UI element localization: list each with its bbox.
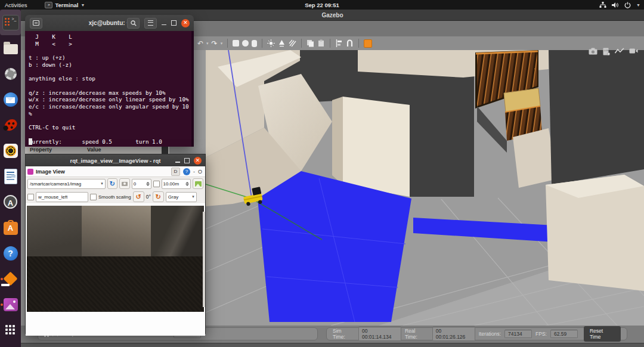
camera-floor [27, 256, 204, 312]
plugin-minimize-button[interactable]: - [193, 169, 195, 175]
image-view-toolbar-row2: w_mouse_left Smooth scaling ↺ 0° ↻ Gray … [26, 190, 205, 203]
redo-menu-icon[interactable]: ▾ [221, 41, 223, 46]
rqt-scrollbar[interactable] [203, 212, 205, 307]
reset-time-button[interactable]: Reset Time [584, 326, 621, 342]
log-record-icon[interactable]: LOG [602, 48, 610, 55]
clock[interactable]: Sep 22 09:51 [305, 2, 339, 8]
center-wall-side [332, 97, 343, 185]
plugin-close-button[interactable]: O [198, 169, 202, 175]
panel-scrollbar[interactable] [162, 145, 168, 154]
snap-magnet-icon[interactable] [346, 39, 354, 47]
property-column-header[interactable]: Property [30, 147, 87, 153]
dock-item-image-viewer[interactable] [0, 292, 21, 317]
insert-cylinder-icon[interactable] [252, 40, 257, 47]
menu-button[interactable] [144, 18, 157, 29]
camera-image-area[interactable] [26, 203, 205, 313]
dock-item-writer[interactable] [0, 163, 21, 189]
dock-item-app-center[interactable]: A [0, 189, 21, 215]
chevron-down-icon: ▼ [80, 3, 85, 7]
plot-curve-icon[interactable] [615, 48, 624, 54]
terminal-app-icon [2, 15, 19, 30]
fps-value: 62.59 [550, 330, 578, 338]
question-icon: ? [4, 246, 18, 261]
center-wall-face [343, 97, 410, 197]
close-button[interactable]: ✕ [181, 19, 190, 27]
sim-time-value: 00 00:01:14.134 [358, 327, 401, 341]
undo-menu-icon[interactable]: ▾ [206, 41, 209, 46]
smooth-scaling-checkbox[interactable] [90, 194, 97, 200]
mouse-topic-field[interactable]: w_mouse_left [36, 192, 88, 202]
max-range-spinbox[interactable]: 10.00m [162, 179, 191, 189]
topic-dropdown[interactable]: /smartcar/camera1/imag ▾ [27, 179, 106, 189]
system-tray[interactable]: ▼ [599, 2, 640, 8]
terminal-titlebar[interactable]: xjc@ubuntu: ~ ✕ [25, 15, 194, 31]
running-indicator [1, 303, 3, 306]
dock-item-debugger[interactable] [0, 112, 21, 138]
gazebo-camera-toolbar: LOG [589, 48, 638, 55]
rqt-titlebar[interactable]: rqt_image_view__ImageView - rqt ✕ [26, 154, 205, 166]
minimize-button[interactable] [175, 162, 180, 163]
undo-icon[interactable]: ↶ [197, 40, 203, 47]
screenshot-camera-icon[interactable] [589, 48, 597, 55]
point-light-icon[interactable] [267, 39, 275, 47]
copy-icon[interactable] [306, 39, 314, 47]
terminal-scrollbar[interactable] [191, 31, 194, 147]
spot-light-icon[interactable] [278, 39, 286, 47]
colormap-dropdown[interactable]: Gray ▾ [166, 192, 197, 202]
rotate-right-button[interactable]: ↻ [153, 191, 164, 202]
insert-sphere-icon[interactable] [242, 40, 249, 47]
chevron-down-icon: ▾ [192, 194, 194, 199]
power-icon [624, 2, 631, 8]
activities-button[interactable]: Activities [5, 2, 27, 8]
paste-icon[interactable] [317, 39, 325, 47]
dock-item-thunderbird[interactable] [0, 86, 21, 112]
search-button[interactable] [127, 18, 140, 29]
ladybug-icon [2, 117, 19, 133]
snapshot-button[interactable] [119, 178, 130, 189]
refresh-topics-button[interactable]: ↻ [107, 178, 118, 189]
close-button[interactable]: ✕ [194, 157, 202, 165]
app-menu-label: Terminal [55, 2, 78, 8]
directional-light-icon[interactable] [289, 39, 296, 47]
rotate-left-button[interactable]: ↺ [133, 191, 144, 202]
dock-item-terminal[interactable] [0, 10, 21, 35]
terminal-cursor [29, 138, 32, 145]
save-image-button[interactable] [193, 178, 203, 189]
value-column-header[interactable]: Value [87, 147, 101, 153]
plugin-settings-button[interactable]: D [171, 168, 180, 176]
maximize-button[interactable] [171, 20, 177, 26]
running-indicator [1, 278, 3, 280]
app-menu-terminal[interactable]: > Terminal ▼ [45, 2, 85, 8]
dock-item-show-apps[interactable] [0, 317, 21, 343]
dock-item-rhythmbox[interactable] [0, 138, 21, 163]
gear-icon [5, 68, 17, 80]
video-record-icon[interactable] [629, 48, 638, 54]
sim-time-label: Sim Time: [333, 328, 355, 340]
statusbar-right-segment: Sim Time: 00 00:01:14.134 Real Time: 00 … [326, 327, 627, 340]
dock-item-gazebo[interactable] [0, 266, 21, 292]
plugin-help-button[interactable]: ? [183, 168, 190, 175]
dock-item-ubuntu-software[interactable]: A [0, 215, 21, 240]
show-apps-grid-icon [5, 325, 16, 335]
zoom-spinbox[interactable]: 0 [132, 179, 151, 189]
dock-item-settings[interactable] [0, 61, 21, 86]
terminal-output: J K L M < > t : up (+z) b : down (-z) an… [29, 33, 194, 145]
align-icon[interactable] [335, 39, 343, 47]
dock-item-files[interactable] [0, 35, 21, 61]
maximize-button[interactable] [184, 158, 190, 163]
redo-icon[interactable]: ↷ [212, 40, 218, 47]
insert-box-icon[interactable] [233, 40, 239, 47]
dynamic-range-checkbox[interactable] [153, 181, 159, 187]
gazebo-left-panel-header: Property Value [25, 145, 169, 154]
software-bag-icon: A [4, 222, 18, 235]
a-circle-icon: A [4, 195, 17, 209]
dock-item-help[interactable]: ? [0, 240, 21, 266]
rotation-value: 0° [146, 194, 151, 200]
minimize-button[interactable] [162, 24, 166, 26]
change-view-icon[interactable] [364, 39, 372, 48]
new-tab-button[interactable] [30, 18, 42, 29]
camera-image [27, 206, 204, 312]
terminal-body[interactable]: J K L M < > t : up (+z) b : down (-z) an… [25, 31, 194, 147]
publish-click-checkbox[interactable] [27, 194, 34, 200]
gazebo-diamond-icon [3, 271, 17, 286]
